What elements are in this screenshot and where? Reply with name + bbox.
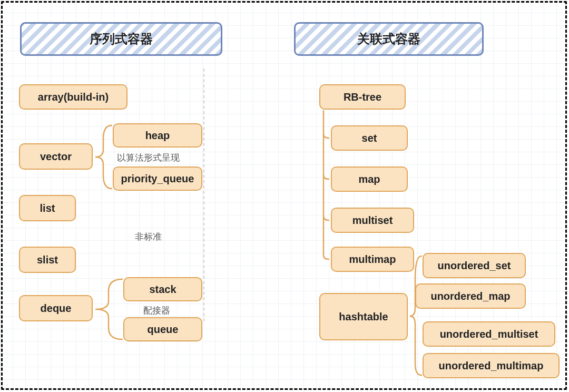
node-list: list [19, 195, 76, 221]
node-stack: stack [123, 277, 202, 301]
node-multiset: multiset [331, 208, 414, 233]
connector-rbtree-children [319, 111, 331, 270]
node-map: map [331, 166, 408, 192]
header-sequential: 序列式容器 [20, 22, 222, 56]
brace-deque [94, 277, 123, 341]
node-heap: heap [113, 123, 202, 148]
node-slist: slist [19, 247, 76, 273]
node-unordered-multiset: unordered_multiset [423, 321, 555, 347]
node-deque: deque [19, 295, 93, 321]
node-queue: queue [123, 317, 202, 341]
header-associative: 关联式容器 [294, 22, 484, 56]
label-adapter: 配接器 [143, 305, 170, 317]
node-set: set [331, 125, 408, 151]
node-array: array(build-in) [19, 84, 127, 110]
node-unordered-map: unordered_map [415, 283, 526, 309]
label-algorithm-form: 以算法形式呈现 [117, 152, 180, 164]
vertical-divider [203, 68, 204, 321]
node-multimap: multimap [331, 247, 414, 272]
node-vector: vector [19, 143, 93, 170]
node-rbtree: RB-tree [319, 84, 406, 110]
diagram-canvas: 序列式容器 关联式容器 array(build-in) vector heap … [0, 0, 569, 392]
brace-vector [94, 123, 113, 191]
node-hashtable: hashtable [319, 293, 408, 340]
node-priority-queue: priority_queue [113, 166, 202, 191]
label-nonstandard: 非标准 [135, 231, 162, 243]
brace-hashtable [409, 253, 423, 378]
node-unordered-set: unordered_set [423, 253, 526, 278]
node-unordered-multimap: unordered_multimap [423, 353, 560, 378]
